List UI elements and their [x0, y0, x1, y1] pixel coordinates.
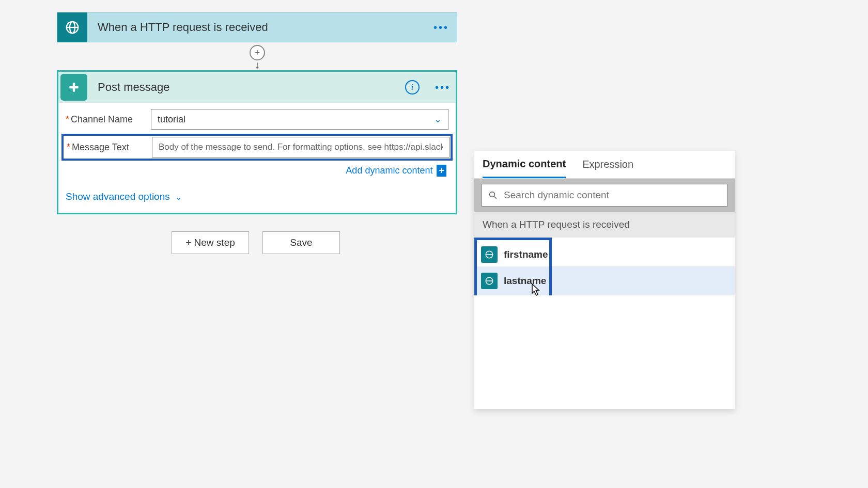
tab-dynamic-content[interactable]: Dynamic content: [483, 151, 566, 178]
dynamic-item-label: lastname: [504, 275, 546, 287]
message-text-row: *Message Text: [61, 134, 453, 161]
flow-footer-buttons: + New step Save: [172, 231, 340, 254]
svg-point-5: [490, 192, 495, 197]
required-marker: *: [67, 142, 70, 152]
show-advanced-options-link[interactable]: Show advanced options ⌄: [66, 191, 448, 202]
dynamic-panel-blank: [474, 295, 735, 409]
message-text-input-wrap: [152, 137, 450, 158]
chevron-down-icon: ⌄: [434, 114, 442, 125]
save-button[interactable]: Save: [262, 231, 340, 254]
required-marker: *: [66, 114, 69, 124]
add-step-inline-button[interactable]: +: [250, 45, 265, 60]
flow-connector: + ↓: [248, 42, 267, 71]
add-dynamic-content-link[interactable]: Add dynamic content: [346, 165, 432, 176]
channel-name-value: tutorial: [158, 114, 185, 125]
action-body: *Channel Name tutorial ⌄ *Message Text A…: [58, 103, 456, 213]
channel-name-label-text: Channel Name: [71, 114, 133, 124]
action-title: Post message: [98, 81, 405, 94]
add-dynamic-content-row: Add dynamic content +: [66, 165, 448, 177]
channel-name-select[interactable]: tutorial ⌄: [151, 109, 448, 130]
channel-name-label: *Channel Name: [66, 114, 151, 125]
dynamic-search-field[interactable]: [482, 184, 727, 207]
trigger-title: When a HTTP request is received: [98, 21, 426, 34]
arrow-down-icon: ↓: [255, 59, 260, 71]
channel-name-row: *Channel Name tutorial ⌄: [66, 109, 448, 130]
action-menu-button[interactable]: •••: [430, 82, 456, 93]
search-icon: [488, 191, 498, 200]
dynamic-group-header: When a HTTP request is received: [474, 212, 735, 238]
slack-icon: [60, 74, 87, 101]
show-advanced-options-label: Show advanced options: [66, 191, 170, 202]
dynamic-content-panel: Dynamic content Expression When a HTTP r…: [474, 151, 735, 409]
message-text-label-text: Message Text: [72, 142, 129, 152]
dynamic-search-wrap: [474, 179, 735, 212]
info-icon[interactable]: i: [405, 80, 420, 95]
http-icon: [481, 273, 498, 289]
dynamic-search-input[interactable]: [504, 190, 721, 201]
trigger-menu-button[interactable]: •••: [426, 22, 457, 34]
add-dynamic-content-badge[interactable]: +: [437, 165, 446, 177]
dynamic-items-list: firstname lastname: [474, 238, 735, 295]
dynamic-item-remainder: [552, 238, 735, 266]
dynamic-panel-tabs: Dynamic content Expression: [474, 151, 735, 179]
dynamic-item-row[interactable]: firstname: [474, 238, 735, 266]
dynamic-item-label: firstname: [504, 249, 548, 260]
http-trigger-icon: [57, 12, 87, 42]
tab-expression[interactable]: Expression: [582, 151, 633, 178]
chevron-down-icon: ⌄: [175, 192, 182, 202]
action-card: Post message i ••• *Channel Name tutoria…: [57, 70, 457, 214]
message-text-input[interactable]: [159, 142, 443, 152]
message-text-label: *Message Text: [65, 142, 152, 153]
trigger-card[interactable]: When a HTTP request is received •••: [57, 12, 457, 42]
svg-line-6: [494, 196, 497, 199]
http-icon: [481, 246, 498, 263]
svg-rect-4: [73, 83, 75, 91]
dynamic-item-remainder: [552, 266, 735, 295]
dynamic-item-row[interactable]: lastname: [474, 266, 735, 295]
new-step-button[interactable]: + New step: [172, 231, 249, 254]
action-header[interactable]: Post message i •••: [58, 72, 456, 103]
